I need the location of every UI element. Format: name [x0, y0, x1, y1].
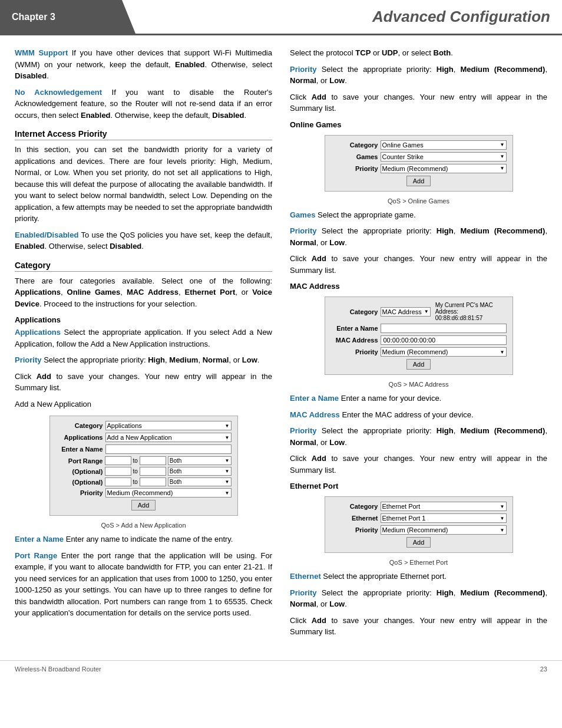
screenshot1-port-to-field2[interactable] — [140, 467, 166, 476]
or1-text: or — [371, 48, 382, 57]
no-ack-text2: . Otherwise, keep the default, — [111, 111, 213, 120]
screenshot1-port-label: Port Range — [56, 457, 103, 465]
click-add2-para: Click Add to save your changes. Your new… — [290, 91, 547, 114]
enter-name-text: Enter any name to indicate the name of t… — [64, 535, 233, 543]
port-range-text: Enter the port range that the applicatio… — [15, 551, 272, 618]
no-ack-text3: . — [244, 111, 246, 120]
screenshot1-applications-value: Add a New Application — [107, 434, 172, 441]
priority-text5a: Select the appropriate priority: — [317, 588, 437, 597]
category-text1: There are four categories available. Sel… — [15, 276, 272, 285]
screenshot1-protocol-select3[interactable]: Both — [168, 477, 232, 486]
category-text3: , — [120, 288, 127, 297]
priority-para4: Priority Select the appropriate priority… — [290, 425, 547, 448]
screenshot1-add-btn[interactable]: Add — [131, 500, 156, 510]
screenshot1-port-to-field3[interactable] — [140, 477, 166, 486]
screenshot4-category-row: Category Ethernet Port — [331, 502, 507, 511]
wmm-term: WMM Support — [15, 48, 68, 57]
screenshot2-add-btn[interactable]: Add — [406, 176, 431, 186]
main-content: WMM Support If you have other devices th… — [0, 35, 562, 654]
screenshot4-ethernet-row: Ethernet Ethernet Port 1 — [331, 513, 507, 523]
screenshot1-protocol-select2[interactable]: Both — [168, 467, 232, 476]
page-footer: Wireless-N Broadband Router 23 — [0, 660, 562, 677]
priority-bold2b: Medium (Recommend) — [460, 65, 545, 74]
screenshot3-category-select[interactable]: MAC Address — [381, 307, 431, 317]
priority-bold4a: High — [437, 426, 454, 435]
enabled-disabled-term: Enabled/Disabled — [15, 230, 78, 239]
screenshot1-port-from3[interactable] — [105, 477, 131, 486]
screenshot1-port-to-field1[interactable] — [140, 456, 166, 465]
screenshot3-enter-name-field[interactable] — [381, 324, 507, 333]
enabled-disabled-text1: To use the QoS policies you have set, ke… — [78, 230, 272, 239]
screenshot1-port-row2: (Optional) to Both — [56, 467, 232, 476]
enabled-disabled-text3: . — [141, 242, 144, 251]
screenshot4-priority-select[interactable]: Medium (Recommend) — [381, 525, 507, 535]
priority-text5e: . — [345, 599, 347, 608]
mac-address-subheading: MAC Address — [290, 282, 547, 291]
screenshot2-games-select[interactable]: Counter Strike — [381, 152, 507, 162]
priority-term1: Priority — [15, 355, 42, 364]
click-add2-text2: to save your changes. Your new entry wil… — [290, 93, 547, 113]
screenshot4-ethernet-select[interactable]: Ethernet Port 1 — [381, 513, 507, 523]
select-protocol-text1: Select the protocol — [290, 48, 355, 57]
screenshot2-games-label: Games — [331, 153, 378, 160]
screenshot3-priority-select[interactable]: Medium (Recommend) — [381, 347, 507, 357]
enabled-disabled-text2: . Otherwise, select — [45, 242, 110, 251]
click-add5-text1: Click — [290, 616, 312, 625]
screenshot2-category-label: Category — [331, 141, 378, 149]
priority-para5: Priority Select the appropriate priority… — [290, 587, 547, 610]
screenshot1-category-value: Applications — [107, 422, 142, 429]
page-header: Chapter 3 Advanced Configuration — [0, 0, 562, 35]
screenshot4-ethernet-value: Ethernet Port 1 — [382, 515, 426, 522]
category-heading: Category — [15, 261, 272, 272]
priority-bold3b: Medium (Recommend) — [460, 226, 545, 235]
screenshot3-add-btn[interactable]: Add — [406, 359, 431, 370]
priority-text2a: Select the appropriate priority: — [317, 65, 437, 74]
sub3-label: MAC Address — [290, 282, 340, 291]
or2-text: , or select — [398, 48, 434, 57]
sub2-label: Online Games — [290, 120, 341, 129]
ethernet-para: Ethernet Select the appropriate Ethernet… — [290, 571, 547, 582]
category-text4: , — [178, 288, 185, 297]
enter-a-name-para: Enter a Name Enter any name to indicate … — [15, 533, 272, 545]
priority-bold3d: Low — [329, 238, 345, 247]
games-text: Select the appropriate game. — [315, 210, 416, 219]
priority-text1c: , — [198, 355, 202, 364]
priority-bold1c: Normal — [203, 355, 229, 364]
chapter-label: Chapter 3 — [0, 0, 135, 34]
screenshot1-optional-label2: (Optional) — [56, 479, 103, 486]
screenshot2-category-select[interactable]: Online Games — [381, 140, 507, 150]
screenshot1-applications-select[interactable]: Add a New Application — [105, 433, 232, 442]
screenshot3-priority-value: Medium (Recommend) — [382, 348, 448, 355]
priority-text3b: , — [454, 226, 461, 235]
screenshot1-port-row3: (Optional) to Both — [56, 477, 232, 486]
port-range-term: Port Range — [15, 551, 57, 560]
enabled-disabled-para: Enabled/Disabled To use the QoS policies… — [15, 229, 272, 252]
screenshot1-category-select[interactable]: Applications — [105, 421, 232, 430]
click-add1-text2: to save your changes. Your new entry wil… — [15, 372, 272, 393]
page-title: Advanced Configuration — [372, 8, 550, 26]
chapter-text: Chapter 3 — [12, 12, 55, 22]
screenshot2-category-row: Category Online Games — [331, 140, 507, 150]
screenshot1-protocol-select1[interactable]: Both — [168, 456, 232, 465]
screenshot1-category-label: Category — [56, 422, 103, 429]
screenshot3-mac-address-row: MAC Address 00:00:00:00:00:00 — [331, 335, 507, 345]
screenshot2-priority-select[interactable]: Medium (Recommend) — [381, 164, 507, 173]
screenshot3-category-row: Category MAC Address My Current PC's MAC… — [331, 302, 507, 321]
priority-bold2c: Normal — [290, 76, 316, 85]
screenshot1-port-from1[interactable] — [105, 456, 131, 465]
priority-text4d: , or — [316, 438, 329, 447]
priority-bold5b: Medium (Recommend) — [460, 588, 545, 597]
screenshot4-category-label: Category — [331, 503, 378, 510]
screenshot1-port-from2[interactable] — [105, 467, 131, 476]
screenshot1-enter-name-field[interactable] — [105, 444, 232, 454]
screenshot1-priority-select[interactable]: Medium (Recommend) — [105, 488, 232, 498]
priority-text5c: , — [545, 588, 547, 597]
screenshot4-add-btn[interactable]: Add — [406, 537, 431, 548]
screenshot4-category-select[interactable]: Ethernet Port — [381, 502, 507, 511]
click-add4-bold: Add — [312, 454, 326, 463]
screenshot2-category-value: Online Games — [382, 141, 424, 149]
screenshot3-mac-field[interactable]: 00:00:00:00:00:00 — [381, 335, 507, 345]
section2-label: Category — [15, 261, 51, 270]
screenshot3-priority-label: Priority — [331, 348, 378, 355]
priority-term5: Priority — [290, 588, 317, 597]
